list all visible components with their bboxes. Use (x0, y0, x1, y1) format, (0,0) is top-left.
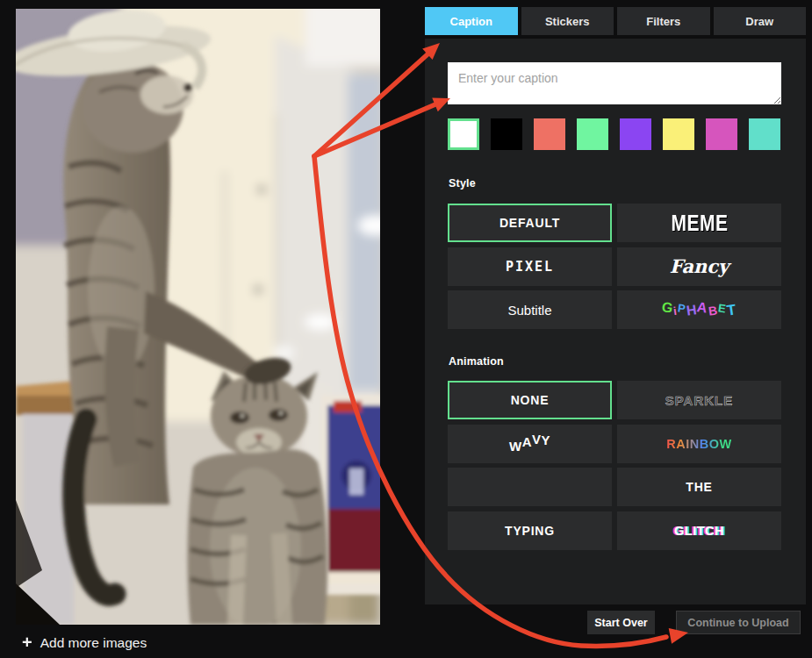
style-option-pixel-label: PIXEL (506, 259, 554, 275)
cat-gif-illustration (16, 9, 380, 625)
animation-option-the[interactable]: THE (617, 468, 781, 506)
color-swatch-black[interactable] (491, 118, 522, 150)
style-option-default-label: DEFAULT (499, 216, 560, 230)
tab-caption[interactable]: Caption (425, 7, 518, 35)
style-option-meme[interactable]: MEME (617, 204, 781, 242)
style-options-grid: DEFAULTMEMEPIXELFancySubtitleGiPHABET (448, 204, 781, 329)
color-swatch-teal[interactable] (749, 118, 780, 150)
caption-input[interactable] (448, 62, 781, 104)
tab-stickers[interactable]: Stickers (521, 7, 614, 35)
style-option-pixel[interactable]: PIXEL (448, 247, 612, 286)
editor-tab-bar: CaptionStickersFiltersDraw (425, 7, 806, 35)
animation-options-grid: NONESPARKLEWAVYRAINBOWTHETYPINGGLITCH (448, 381, 781, 550)
color-swatch-magenta[interactable] (706, 118, 737, 150)
animation-option-rainbow-label: RAINBOW (666, 437, 731, 451)
start-over-button[interactable]: Start Over (587, 611, 655, 634)
animation-section-label: Animation (449, 355, 504, 368)
caption-color-swatches (448, 118, 780, 150)
add-more-images-button[interactable]: + Add more images (22, 630, 147, 656)
animation-option-the-label: THE (686, 480, 712, 494)
color-swatch-green[interactable] (577, 118, 608, 150)
caption-panel: Style DEFAULTMEMEPIXELFancySubtitleGiPHA… (425, 39, 806, 604)
animation-option-rainbow[interactable]: RAINBOW (617, 425, 781, 463)
style-option-fancy-label: Fancy (670, 255, 729, 277)
animation-option-typing-label: TYPING (505, 524, 555, 538)
add-more-images-label: Add more images (40, 635, 147, 651)
animation-option-sparkle-label: SPARKLE (665, 393, 734, 408)
style-option-giphabet-label: GiPHABET (662, 301, 737, 318)
color-swatch-purple[interactable] (620, 118, 651, 150)
style-option-subtitle[interactable]: Subtitle (448, 290, 612, 329)
animation-option-typing[interactable]: TYPING (448, 511, 612, 550)
style-option-fancy[interactable]: Fancy (617, 247, 781, 286)
animation-option-wavy[interactable]: WAVY (448, 425, 612, 463)
style-option-giphabet[interactable]: GiPHABET (617, 290, 781, 329)
animation-option-glitch[interactable]: GLITCH (617, 511, 781, 550)
animation-option-none-label: NONE (511, 393, 550, 407)
gif-preview-canvas[interactable] (16, 9, 380, 625)
animation-option-blank[interactable] (448, 468, 612, 506)
tab-draw[interactable]: Draw (714, 7, 807, 35)
style-section-label: Style (449, 177, 476, 190)
plus-icon: + (22, 633, 32, 651)
style-option-default[interactable]: DEFAULT (448, 204, 612, 242)
tab-filters[interactable]: Filters (617, 7, 710, 35)
animation-option-glitch-label: GLITCH (674, 524, 724, 538)
color-swatch-white[interactable] (448, 118, 479, 150)
color-swatch-red[interactable] (534, 118, 565, 150)
color-swatch-yellow[interactable] (663, 118, 694, 150)
animation-option-wavy-label: WAVY (509, 436, 550, 451)
style-option-meme-label: MEME (671, 210, 728, 236)
continue-to-upload-button[interactable]: Continue to Upload (676, 611, 801, 634)
style-option-subtitle-label: Subtitle (507, 303, 551, 318)
animation-option-none[interactable]: NONE (448, 381, 612, 419)
animation-option-sparkle[interactable]: SPARKLE (617, 381, 781, 419)
